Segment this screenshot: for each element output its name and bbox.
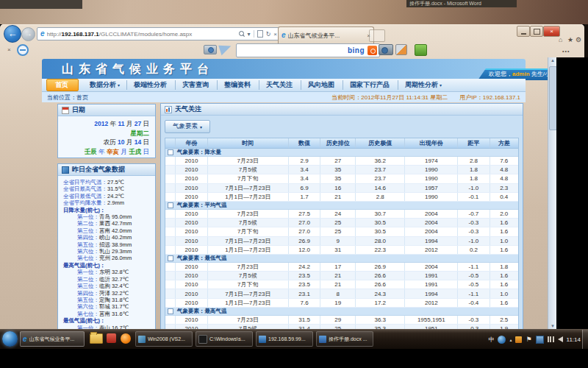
camera-icon[interactable] <box>204 45 217 54</box>
search-icon[interactable] <box>239 31 245 37</box>
nav-item[interactable]: 数据分析 ▾ <box>83 80 126 90</box>
taskbar-button[interactable]: Win2008 (VS2... <box>135 331 193 347</box>
home-icon[interactable]: ⌂ <box>559 36 562 43</box>
table-row[interactable]: 2010 7月23日 2.9 27 36.2 1974 2.8 <box>165 157 518 166</box>
media-player-icon[interactable] <box>121 333 131 344</box>
element-dropdown-button[interactable]: 气象要素 ▾ <box>165 120 210 133</box>
screen-capture-icon[interactable] <box>379 44 393 55</box>
taskbar-button[interactable]: C:\Windows\s... <box>196 331 253 347</box>
cell-variance: 1.6 <box>490 299 518 307</box>
display-tray-icon[interactable] <box>536 336 544 344</box>
address-bar-icons: ▾ ↻ × <box>239 30 277 38</box>
overflow-dots-icon[interactable]: ••• <box>562 49 570 54</box>
share-tool-icon[interactable] <box>415 44 427 56</box>
ime-icon[interactable] <box>498 336 506 344</box>
toolbar-close-icon[interactable]: × <box>7 46 11 53</box>
minimize-button[interactable] <box>517 26 530 37</box>
table-row[interactable]: 2010 1月1日—7月23日 1.7 21 2.8 1990 -0.1 <box>165 193 518 202</box>
checkbox[interactable] <box>168 255 173 261</box>
bing-search-input[interactable]: bing <box>236 43 380 57</box>
action-center-flag-icon[interactable]: ⚑ <box>526 336 531 343</box>
stats-list: 全省日平均气温：27.5℃ 全省日最高气温：31.5℃ 全省日最低气温：24.2… <box>58 179 155 207</box>
back-button[interactable]: ← <box>4 25 21 43</box>
edit-tool-icon[interactable] <box>395 44 407 55</box>
table-row[interactable]: 2010 7月5候 27.0 25 30.5 2004 -0.3 <box>165 219 518 227</box>
table-row[interactable]: 2010 7月1日—7月23日 6.9 16 14.6 1957 -1.0 <box>165 184 518 193</box>
address-bar[interactable]: e http://192.168.137.1/GLCCLIMATE/module… <box>37 27 281 40</box>
speaker-icon[interactable] <box>558 336 563 342</box>
chevron-down-icon[interactable]: ▾ <box>248 31 251 38</box>
table-group: 气象要素：最低气温 2010 7月23日 <box>165 255 518 308</box>
screen-edge <box>584 24 588 57</box>
close-window-button[interactable]: × <box>543 26 560 37</box>
vertical-scrollbar[interactable]: ▲ ▼ <box>548 57 556 329</box>
table-row[interactable]: 2010 7月5候 23.5 21 26.6 1991 -0.5 <box>165 272 518 280</box>
table-row[interactable]: 2010 7月下旬 27.0 25 30.5 2004 -0.3 <box>165 227 518 236</box>
nav-item[interactable]: 风向地图 <box>301 80 343 90</box>
table-group: 气象要素：降水量 2010 7月23日 <box>165 149 518 202</box>
taskbar-button[interactable]: 操作手册.docx ... <box>316 331 373 347</box>
refresh-icon[interactable]: ↻ <box>266 31 271 38</box>
stop-icon[interactable]: × <box>273 31 277 38</box>
send-icon[interactable] <box>218 42 233 55</box>
taskbar-button[interactable]: 192.168.59.99... <box>256 331 313 347</box>
table-row[interactable]: 2010 7月23日 27.5 24 30.7 2004 -0.7 <box>165 210 518 219</box>
compatibility-view-icon[interactable] <box>257 30 263 38</box>
checkbox[interactable] <box>168 202 173 208</box>
cell-value: 27.0 <box>289 227 320 236</box>
toolbar-logo-icon[interactable] <box>17 44 29 56</box>
table-row[interactable]: 2010 1月1日—7月23日 12.0 31 22.3 2012 0.2 <box>165 246 518 255</box>
network-icon[interactable] <box>548 336 554 342</box>
group-header-row[interactable]: 气象要素：降水量 <box>165 149 518 157</box>
explorer-folder-icon[interactable] <box>90 333 103 344</box>
ie-favicon-icon: e <box>40 30 45 38</box>
group-header-row[interactable]: 气象要素：平均气温 <box>165 202 518 210</box>
cell-rank: 25 <box>320 219 356 227</box>
forward-button[interactable]: → <box>21 27 35 41</box>
table-row[interactable]: 2010 7月23日 24.2 17 26.9 2004 -1.1 <box>165 263 518 272</box>
bing-search-button[interactable] <box>368 46 377 55</box>
group-header-row[interactable]: 气象要素：最低气温 <box>165 255 518 263</box>
table-row[interactable]: 2010 1月1日—7月23日 7.6 19 17.2 2012 -0.4 <box>165 299 518 308</box>
table-row[interactable]: 2010 7月5候 3.4 35 23.7 1990 1.8 4 <box>165 166 518 174</box>
start-button[interactable] <box>2 331 18 347</box>
gear-icon[interactable]: ⚙ <box>576 36 581 43</box>
security-tray-icon[interactable] <box>515 336 522 343</box>
taskbar-active-task[interactable]: e 山东省气候业务平... <box>20 331 85 347</box>
nav-item[interactable]: 灾害查询 <box>175 80 217 90</box>
maximize-button[interactable] <box>530 26 543 37</box>
scroll-down-icon[interactable]: ▼ <box>548 324 556 328</box>
table-group: 气象要素：最高气温 2010 7月23日 <box>165 308 518 329</box>
table-row[interactable]: 2010 7月1日—7月23日 26.9 9 28.0 1994 -1.0 <box>165 237 518 246</box>
table-row[interactable]: 2010 7月23日 31.5 29 36.3 1955,1951 -0.3 <box>165 316 518 325</box>
table-row[interactable]: 2010 7月下旬 23.5 21 26.6 1991 -0.5 <box>165 280 518 289</box>
checkbox[interactable] <box>168 308 173 314</box>
group-header-row[interactable]: 气象要素：最高气温 <box>165 308 518 316</box>
language-indicator[interactable]: 中 <box>488 336 494 344</box>
table-row[interactable]: 2010 7月1日—7月23日 23.1 8 24.3 1994 -1.1 <box>165 289 518 298</box>
nav-item[interactable]: 周期性分析 ▾ <box>398 80 448 90</box>
table-row[interactable]: 2010 7月下旬 3.4 35 23.7 1990 1.8 4 <box>165 174 518 183</box>
nav-item[interactable]: 极端性分析 <box>126 80 175 90</box>
checkbox[interactable] <box>168 149 173 155</box>
scrollbar-thumb[interactable] <box>549 66 556 130</box>
pinned-app-icon[interactable] <box>107 333 116 343</box>
cell-value: 6.9 <box>289 184 320 192</box>
nav-item[interactable]: 首页 <box>46 79 79 91</box>
nav-item[interactable]: 天气关注 <box>259 80 301 90</box>
show-desktop-button[interactable] <box>582 330 588 349</box>
new-tab-button[interactable] <box>369 29 385 42</box>
rank-line: 第一位：青岛 95.0mm <box>58 213 155 220</box>
cell-year: 2010 <box>176 289 207 297</box>
cell-extreme-year: 1957 <box>405 184 458 192</box>
nav-item[interactable]: 国家下行产品 <box>343 80 398 90</box>
clock[interactable]: 11:14 <box>567 336 581 343</box>
nav-item[interactable]: 整编资料 <box>217 80 259 90</box>
url-text[interactable]: http://192.168.137.1/GLCCLIMATE/modules/… <box>47 31 237 38</box>
show-hidden-icons-icon[interactable]: ▴ <box>509 337 512 342</box>
browser-tab[interactable]: e 山东省气候业务平... × <box>278 26 374 43</box>
group-title: 气象要素：最低气温 <box>177 255 227 262</box>
cell-year: 2010 <box>176 157 207 165</box>
scroll-up-icon[interactable]: ▲ <box>548 58 556 63</box>
favorites-star-icon[interactable]: ★ <box>567 36 573 43</box>
